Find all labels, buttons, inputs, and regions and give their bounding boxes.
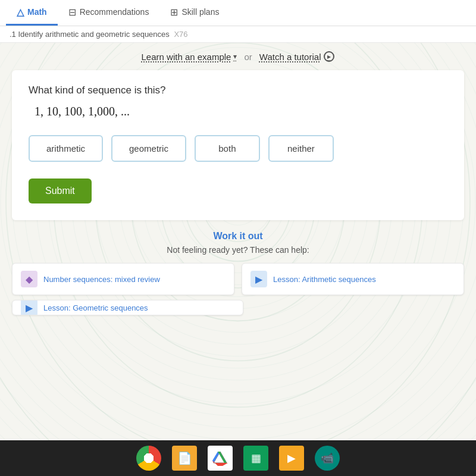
lesson-icon: ▶ <box>250 271 267 287</box>
action-bar: Learn with an example ▾ or Watch a tutor… <box>0 43 476 70</box>
nav-tab-skill-plans[interactable]: ⊞ Skill plans <box>159 0 230 26</box>
breadcrumb-text: .1 Identify arithmetic and geometric seq… <box>10 30 170 39</box>
sequence-display: 1, 10, 100, 1,000, ... <box>29 105 447 118</box>
question-prompt: What kind of sequence is this? <box>29 84 447 96</box>
help-card-geometric-lesson[interactable]: ▶ Lesson: Geometric sequences <box>12 300 243 315</box>
nav-tab-recommendations-label: Recommendations <box>80 7 149 17</box>
work-it-out-section: Work it out Not feeling ready yet? These… <box>12 231 464 255</box>
help-card-arithmetic-lesson[interactable]: ▶ Lesson: Arithmetic sequences <box>242 263 464 295</box>
choice-geometric[interactable]: geometric <box>111 135 186 162</box>
svg-marker-11 <box>218 452 227 463</box>
learn-example-button[interactable]: Learn with an example ▾ <box>142 52 237 62</box>
play-circle-icon: ▶ <box>324 51 334 62</box>
google-drive-icon[interactable] <box>208 446 233 471</box>
google-slides-icon[interactable]: ▶ <box>279 446 304 471</box>
answer-choices: arithmetic geometric both neither <box>29 135 447 162</box>
nav-tab-math-label: Math <box>27 7 47 17</box>
google-meet-icon[interactable]: 📹 <box>315 446 340 471</box>
chevron-down-icon: ▾ <box>233 52 237 61</box>
skill-plans-icon: ⊞ <box>170 7 178 18</box>
google-sheets-icon[interactable]: ▦ <box>243 446 268 471</box>
math-icon: △ <box>17 7 24 18</box>
help-cards-row1: ◆ Number sequences: mixed review ▶ Lesso… <box>12 263 464 295</box>
skill-code: X76 <box>174 30 187 39</box>
taskbar: 📄 ▦ ▶ 📹 <box>0 440 476 476</box>
watch-tutorial-button[interactable]: Watch a tutorial ▶ <box>259 51 335 62</box>
learn-example-label: Learn with an example <box>142 52 231 62</box>
nav-tab-skill-plans-label: Skill plans <box>181 7 219 17</box>
or-separator: or <box>244 52 252 62</box>
choice-both[interactable]: both <box>195 135 260 162</box>
help-card-geometric-lesson-label: Lesson: Geometric sequences <box>43 303 148 312</box>
help-card-arithmetic-lesson-label: Lesson: Arithmetic sequences <box>273 275 376 284</box>
chrome-icon[interactable] <box>136 446 161 471</box>
diamond-icon: ◆ <box>21 271 37 287</box>
google-docs-icon[interactable]: 📄 <box>172 446 197 471</box>
question-card: What kind of sequence is this? 1, 10, 10… <box>12 70 464 220</box>
help-card-mixed-review[interactable]: ◆ Number sequences: mixed review <box>12 263 234 295</box>
work-it-out-subtitle: Not feeling ready yet? These can help: <box>12 245 464 255</box>
work-it-out-title: Work it out <box>12 231 464 242</box>
main-content: Learn with an example ▾ or Watch a tutor… <box>0 43 476 440</box>
breadcrumb: .1 Identify arithmetic and geometric seq… <box>0 26 476 43</box>
nav-tab-recommendations[interactable]: ⊟ Recommendations <box>58 0 160 26</box>
top-navigation: △ Math ⊟ Recommendations ⊞ Skill plans <box>0 0 476 26</box>
choice-neither[interactable]: neither <box>268 135 334 162</box>
choice-arithmetic[interactable]: arithmetic <box>29 135 103 162</box>
nav-tab-math[interactable]: △ Math <box>6 0 58 26</box>
recommendations-icon: ⊟ <box>68 7 76 18</box>
help-card-mixed-review-label: Number sequences: mixed review <box>43 275 160 284</box>
submit-button[interactable]: Submit <box>29 178 92 203</box>
lesson-icon-2: ▶ <box>21 300 37 315</box>
help-cards-row2: ▶ Lesson: Geometric sequences <box>12 300 464 315</box>
watch-tutorial-label: Watch a tutorial <box>259 52 321 62</box>
